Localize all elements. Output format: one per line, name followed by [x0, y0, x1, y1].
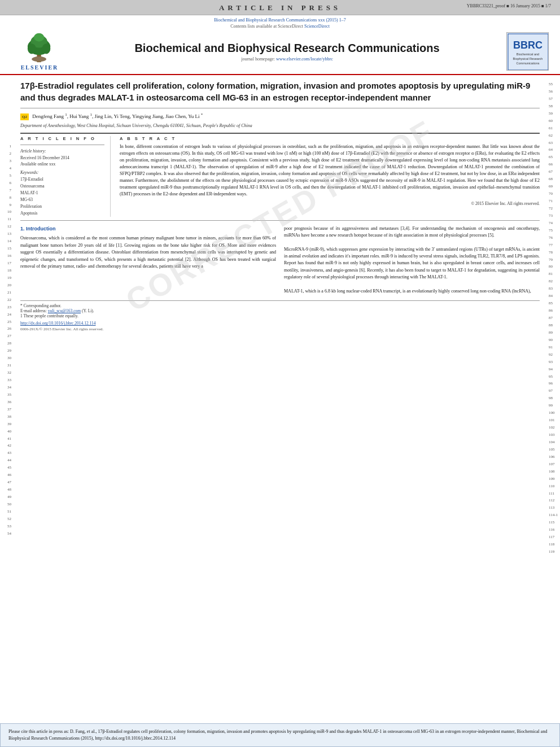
line-number: 97 [549, 387, 553, 395]
article-info-column: A R T I C L E I N F O Article history: R… [20, 136, 111, 217]
line-number: 51 [7, 508, 11, 516]
line-number: 80 [549, 263, 553, 270]
homepage-url[interactable]: www.elsevier.com/locate/ybbrc [276, 56, 333, 62]
keyword-4: MG-63 [20, 196, 104, 203]
line-number: 62 [549, 132, 553, 139]
received-date: Received 16 December 2014 [20, 155, 104, 160]
left-line-numbers: 1234567891011121314151617181920212223242… [0, 75, 12, 723]
line-number: 5 [10, 172, 12, 180]
line-number: 83 [549, 285, 553, 292]
authors-line: Q2 Dengfeng Fang 1, Hui Yang 1, Jing Lin… [20, 112, 540, 121]
keyword-5: Proliferation [20, 203, 104, 210]
line-number: 102 [549, 424, 555, 431]
line-number: 61 [549, 125, 553, 132]
line-number: 81 [549, 270, 553, 278]
line-number: 25 [7, 318, 11, 326]
line-number: 28 [7, 340, 11, 347]
line-number: 23 [7, 304, 11, 311]
line-number: 54 [7, 530, 11, 538]
citation-text: Please cite this article in press as: D.… [8, 729, 547, 741]
article-info-heading: A R T I C L E I N F O [20, 136, 104, 141]
line-number: 13 [7, 230, 11, 238]
email-label: E-mail address: [20, 308, 48, 313]
line-number: 118 [549, 541, 554, 548]
line-number: 78 [549, 249, 553, 256]
svg-text:Communications: Communications [517, 62, 540, 65]
divider-thick [20, 133, 540, 134]
line-number: 108 [549, 468, 555, 475]
line-number: 91 [549, 344, 553, 351]
bbrc-logo-icon: BBRC Biochemical and Biophysical Researc… [507, 33, 549, 71]
line-number: 117 [549, 534, 554, 541]
svg-text:Biochemical and: Biochemical and [517, 53, 539, 56]
line-number: 71 [549, 198, 553, 205]
line-number: 16 [7, 252, 11, 260]
line-number: 2 [10, 150, 12, 158]
line-number: 64 [549, 146, 553, 154]
line-number: 69 [549, 183, 553, 190]
sciencedirect-link[interactable]: ScienceDirect [304, 24, 330, 29]
line-number: 113 [549, 504, 554, 512]
contents-label: Contents lists available at ScienceDirec… [230, 24, 303, 29]
elsevier-tree-icon [20, 32, 59, 63]
homepage-label: journal homepage: [241, 56, 276, 62]
body-section: 1. Introduction Osteosarcoma, which is c… [20, 225, 540, 295]
doi-link[interactable]: http://dx.doi.org/10.1016/j.bbrc.2014.12… [20, 321, 96, 326]
affiliation: Department of Anesthesiology, West China… [20, 123, 540, 128]
line-number: 35 [7, 391, 11, 399]
keyword-2: Osteosarcoma [20, 183, 104, 190]
citation-banner: Please cite this article in press as: D.… [0, 723, 560, 747]
line-number: 30 [7, 355, 11, 362]
svg-point-4 [34, 33, 44, 42]
line-number: 53 [7, 523, 11, 530]
contents-line: Contents lists available at ScienceDirec… [11, 24, 549, 29]
info-abstract-section: A R T I C L E I N F O Article history: R… [20, 136, 540, 217]
line-number: 10 [7, 208, 11, 216]
email-link[interactable]: yuli_scu@163.com [48, 308, 81, 313]
keywords-label: Keywords: [20, 170, 104, 175]
divider-after-abstract [20, 220, 540, 221]
main-content: CORRECTED PROOF 17β-Estradiol regulates … [12, 75, 548, 723]
footnote-section: * Corresponding author. E-mail address: … [20, 300, 540, 331]
journal-header: Biochemical and Biophysical Research Com… [0, 15, 560, 75]
line-number: 59 [549, 110, 553, 117]
line-number: 6 [10, 180, 12, 187]
svg-text:Biophysical Research: Biophysical Research [513, 57, 543, 60]
line-number: 43 [7, 449, 11, 457]
line-number: 14 [7, 238, 11, 245]
available-online: Available online xxx [20, 161, 104, 167]
line-number: 17 [7, 260, 11, 267]
line-number: 40 [7, 428, 11, 435]
line-number: 84 [549, 292, 553, 300]
line-number: 20 [7, 282, 11, 289]
keyword-1: 17β-Estradiol [20, 176, 104, 183]
article-in-press-banner: ARTICLE IN PRESS YBBRC33221_proof ■ 16 J… [0, 0, 560, 15]
line-number: 112 [549, 497, 554, 504]
line-number: 52 [7, 516, 11, 523]
history-label: Article history: [20, 148, 104, 154]
line-number: 11 [7, 216, 11, 223]
line-number: 57 [549, 95, 553, 103]
line-number: 33 [7, 377, 11, 384]
journal-subheader: Biochemical and Biophysical Research Com… [11, 18, 549, 23]
line-number: 12 [7, 223, 11, 230]
abstract-text: In bone, different concentration of estr… [120, 143, 540, 198]
article-title-text: 17β-Estradiol regulates cell proliferati… [20, 81, 530, 102]
line-number: 58 [549, 103, 553, 110]
email-line: E-mail address: yuli_scu@163.com (Y. Li)… [20, 308, 540, 313]
line-number: 101 [549, 417, 555, 424]
line-number: 55 [549, 81, 553, 88]
line-number: 94 [549, 366, 553, 373]
line-number: 75 [549, 227, 553, 234]
journal-title-main: Biochemical and Biophysical Research Com… [68, 41, 506, 55]
line-number: 36 [7, 399, 11, 406]
line-number: 65 [549, 154, 553, 161]
elsevier-logo: ELSEVIER [11, 32, 68, 71]
body-column-left: 1. Introduction Osteosarcoma, which is c… [20, 225, 276, 295]
article-title: 17β-Estradiol regulates cell proliferati… [20, 80, 540, 103]
line-number: 79 [549, 256, 553, 264]
line-number: 98 [549, 395, 553, 402]
section1-title: 1. Introduction [20, 225, 276, 233]
section1-text-col1: Osteosarcoma, which is considered as the… [20, 235, 276, 270]
abstract-heading: A B S T R A C T [120, 136, 540, 141]
